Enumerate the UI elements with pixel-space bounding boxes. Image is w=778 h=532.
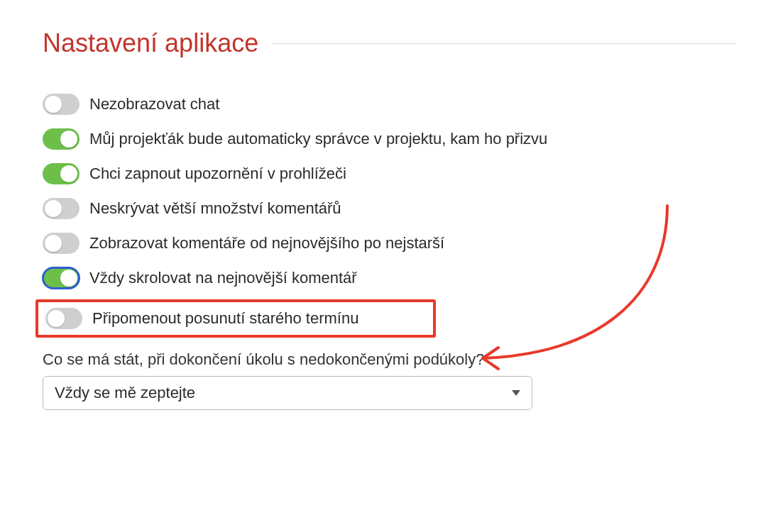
setting-label: Nezobrazovat chat (89, 95, 219, 113)
setting-row-remind-deadline: Připomenout posunutí starého termínu (45, 308, 358, 329)
setting-label: Neskrývat větší množství komentářů (89, 199, 341, 218)
toggle-auto-admin[interactable] (43, 128, 80, 150)
toggle-browser-notify[interactable] (43, 163, 80, 184)
chevron-down-icon (512, 390, 520, 396)
setting-row-comment-order: Zobrazovat komentáře od nejnovějšího po … (43, 233, 735, 254)
toggle-comment-order[interactable] (43, 233, 80, 254)
toggle-remind-deadline[interactable] (45, 308, 82, 329)
question-label: Co se má stát, při dokončení úkolu s ned… (43, 350, 484, 368)
toggle-scroll-newest[interactable] (43, 267, 80, 289)
page-title: Nastavení aplikace (43, 28, 258, 58)
setting-row-browser-notify: Chci zapnout upozornění v prohlížeči (43, 163, 735, 184)
setting-row-scroll-newest: Vždy skrolovat na nejnovější komentář (43, 267, 735, 289)
setting-row-auto-admin: Můj projekťák bude automaticky správce v… (43, 128, 735, 150)
setting-label: Chci zapnout upozornění v prohlížeči (89, 165, 346, 183)
subtask-completion-question: Co se má stát, při dokončení úkolu s ned… (43, 350, 735, 410)
header-divider (271, 43, 735, 44)
subtask-completion-select[interactable]: Vždy se mě zeptejte (43, 376, 532, 410)
setting-label: Zobrazovat komentáře od nejnovějšího po … (89, 234, 444, 253)
setting-label: Můj projekťák bude automaticky správce v… (89, 130, 547, 148)
select-value: Vždy se mě zeptejte (55, 384, 195, 402)
setting-label: Vždy skrolovat na nejnovější komentář (89, 269, 357, 287)
toggle-hide-comments[interactable] (43, 198, 80, 219)
toggle-hide-chat[interactable] (43, 94, 80, 115)
setting-label: Připomenout posunutí starého termínu (92, 309, 358, 328)
setting-row-hide-comments: Neskrývat větší množství komentářů (43, 198, 735, 219)
setting-row-hide-chat: Nezobrazovat chat (43, 94, 735, 115)
highlight-annotation-box: Připomenout posunutí starého termínu (35, 299, 436, 338)
